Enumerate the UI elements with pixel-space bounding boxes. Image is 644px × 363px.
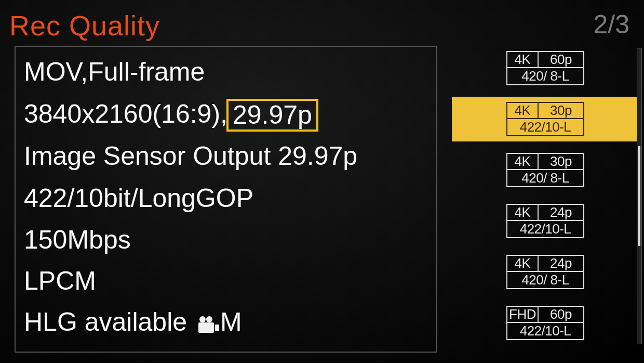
option-fps: 60p xyxy=(538,306,584,323)
detail-format: MOV,Full-frame xyxy=(24,57,205,86)
quality-option-0[interactable]: 4K60p420/ 8-L xyxy=(452,46,639,90)
quality-option-2[interactable]: 4K30p420/ 8-L xyxy=(452,148,639,192)
video-camera-icon xyxy=(197,305,220,346)
option-resolution: 4K xyxy=(506,51,538,68)
detail-container: MOV,Full-frame xyxy=(24,51,428,93)
detail-bitrate: 150Mbps xyxy=(24,219,428,261)
option-codec: 420/ 8-L xyxy=(506,272,584,289)
detail-resolution-line: 3840x2160(16:9),29.97p xyxy=(24,93,428,135)
menu-title: Rec Quality xyxy=(9,9,160,42)
quality-option-4[interactable]: 4K24p420/ 8-L xyxy=(452,250,639,294)
option-codec: 422/10-L xyxy=(506,221,584,238)
detail-audio: LPCM xyxy=(24,261,428,302)
svg-point-0 xyxy=(199,316,206,322)
option-codec: 420/ 8-L xyxy=(506,68,584,85)
option-resolution: FHD xyxy=(506,306,538,323)
svg-point-1 xyxy=(206,316,212,322)
option-resolution: 4K xyxy=(506,153,538,170)
option-codec: 422/10-L xyxy=(506,323,584,340)
option-resolution: 4K xyxy=(506,204,538,221)
option-fps: 30p xyxy=(538,102,584,119)
detail-hlg: HLG available M xyxy=(24,302,428,346)
page-indicator: 2/3 xyxy=(593,9,629,40)
detail-resolution: 3840x2160(16:9), xyxy=(24,99,227,128)
detail-codec: 422/10bit/LongGOP xyxy=(24,177,428,219)
quality-option-3[interactable]: 4K24p422/10-L xyxy=(452,199,639,243)
scrollbar[interactable] xyxy=(637,48,642,344)
framerate-highlight: 29.97p xyxy=(226,99,318,132)
quality-option-5[interactable]: FHD60p422/10-L xyxy=(452,301,639,345)
format-detail-panel: MOV,Full-frame 3840x2160(16:9),29.97p Im… xyxy=(15,46,437,353)
detail-hlg-suffix: M xyxy=(220,307,242,336)
quality-options-list: 4K60p420/ 8-L4K30p422/10-L4K30p420/ 8-L4… xyxy=(452,46,639,353)
scrollbar-thumb[interactable] xyxy=(638,146,640,246)
option-resolution: 4K xyxy=(506,102,538,119)
option-fps: 24p xyxy=(538,255,584,272)
option-resolution: 4K xyxy=(506,255,538,272)
option-codec: 420/ 8-L xyxy=(506,170,584,187)
svg-rect-3 xyxy=(215,325,219,331)
detail-sensor-output: Image Sensor Output 29.97p xyxy=(24,135,428,177)
svg-rect-2 xyxy=(198,322,214,333)
detail-hlg-label: HLG available xyxy=(24,307,187,336)
option-fps: 60p xyxy=(538,51,584,68)
option-fps: 30p xyxy=(538,153,584,170)
option-fps: 24p xyxy=(538,204,584,221)
option-codec: 422/10-L xyxy=(506,119,584,136)
quality-option-1[interactable]: 4K30p422/10-L xyxy=(452,97,639,141)
